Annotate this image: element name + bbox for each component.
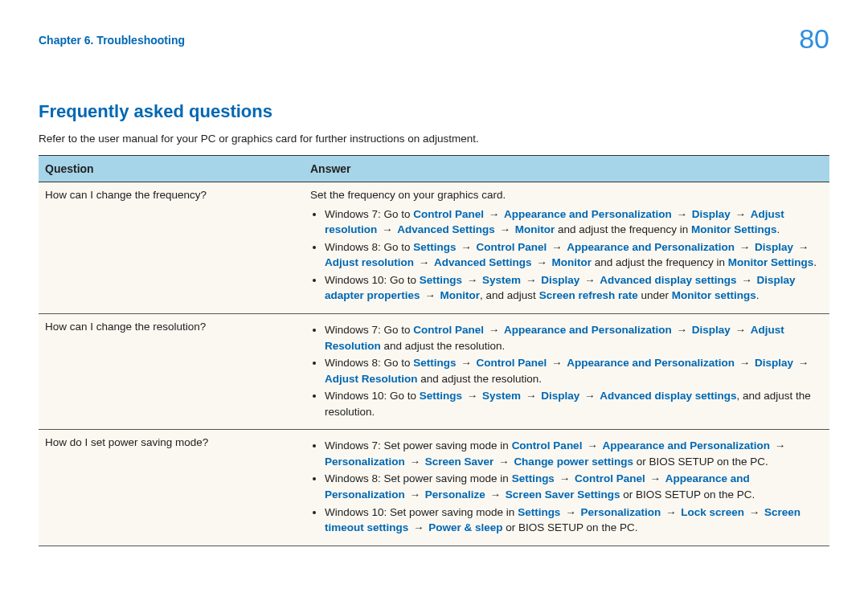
answer-list: Windows 7: Go to Control Panel → Appeara… [310, 206, 823, 304]
answer-item: Windows 8: Go to Settings → Control Pane… [325, 355, 823, 386]
highlight-term: Advanced display settings [600, 390, 736, 402]
answer-text: Windows 7: Go to [325, 324, 413, 336]
answer-text: Windows 8: Go to [325, 357, 413, 369]
answer-text: Windows 10: Go to [325, 390, 420, 402]
arrow-icon: → [582, 439, 602, 452]
highlight-term: Personalize [425, 488, 485, 501]
answer-list: Windows 7: Set power saving mode in Cont… [310, 438, 823, 535]
highlight-term: Settings [518, 506, 560, 518]
highlight-term: Monitor [440, 289, 481, 301]
page-number: 80 [799, 19, 829, 59]
answer-list: Windows 7: Go to Control Panel → Appeara… [310, 322, 823, 419]
arrow-icon: → [731, 324, 751, 336]
answer-item: Windows 10: Go to Settings → System → Di… [325, 388, 823, 419]
table-row: How can I change the frequency?Set the f… [39, 182, 829, 314]
highlight-term: Display [755, 357, 793, 369]
arrow-icon: → [793, 357, 810, 369]
highlight-term: Settings [420, 390, 462, 402]
highlight-term: Appearance and Personalization [567, 241, 735, 253]
answer-item: Windows 7: Set power saving mode in Cont… [325, 438, 823, 469]
arrow-icon: → [731, 208, 751, 220]
highlight-term: Screen Saver Settings [506, 488, 620, 501]
arrow-icon: → [737, 274, 757, 286]
arrow-icon: → [579, 274, 600, 286]
answer-text: and adjust the resolution. [381, 340, 506, 352]
highlight-term: Advanced Settings [397, 223, 495, 235]
answer-text: Windows 8: Set power saving mode in [325, 472, 512, 484]
answer-text: Windows 8: Go to [325, 241, 413, 253]
table-row: How can I change the resolution?Windows … [39, 313, 829, 429]
highlight-term: Lock screen [681, 506, 744, 518]
highlight-term: Monitor settings [672, 289, 756, 301]
highlight-term: Monitor Settings [691, 223, 777, 235]
arrow-icon: → [770, 439, 787, 452]
arrow-icon: → [735, 357, 755, 369]
arrow-icon: → [560, 506, 580, 518]
highlight-term: Display [692, 324, 731, 336]
highlight-term: Settings [413, 241, 456, 253]
arrow-icon: → [672, 324, 692, 336]
highlight-term: Control Panel [413, 324, 484, 336]
highlight-term: Personalization [580, 506, 661, 518]
highlight-term: Settings [420, 274, 462, 286]
arrow-icon: → [408, 521, 428, 533]
highlight-term: Settings [413, 357, 456, 369]
answer-item: Windows 8: Go to Settings → Control Pane… [325, 239, 823, 271]
arrow-icon: → [457, 357, 477, 369]
question-cell: How do I set power saving mode? [39, 430, 304, 546]
highlight-term: Control Panel [477, 241, 547, 253]
col-header-question: Question [39, 155, 304, 182]
arrow-icon: → [521, 274, 541, 286]
chapter-label: Chapter 6. Troubleshooting [39, 32, 185, 48]
arrow-icon: → [377, 223, 397, 235]
highlight-term: Control Panel [413, 208, 484, 220]
answer-text: or BIOS SETUP on the PC. [620, 488, 755, 501]
highlight-term: Personalization [325, 456, 405, 468]
highlight-term: Advanced display settings [600, 274, 736, 286]
arrow-icon: → [420, 289, 440, 301]
answer-item: Windows 7: Go to Control Panel → Appeara… [325, 206, 823, 238]
answer-text: Windows 7: Set power saving mode in [325, 439, 512, 452]
arrow-icon: → [493, 456, 514, 468]
arrow-icon: → [744, 506, 764, 518]
col-header-answer: Answer [304, 155, 829, 182]
arrow-icon: → [547, 241, 567, 253]
answer-text: and adjust the resolution. [418, 373, 542, 385]
highlight-term: Appearance and Personalization [504, 208, 672, 220]
highlight-term: Appearance and Personalization [567, 357, 735, 369]
arrow-icon: → [661, 506, 681, 518]
answer-cell: Set the frequency on your graphics card.… [304, 182, 829, 314]
answer-item: Windows 10: Set power saving mode in Set… [325, 505, 823, 536]
arrow-icon: → [532, 256, 552, 268]
highlight-term: Display [692, 208, 731, 220]
arrow-icon: → [414, 256, 434, 268]
highlight-term: Control Panel [477, 357, 547, 369]
faq-table: Question Answer How can I change the fre… [39, 155, 829, 546]
highlight-term: Adjust resolution [325, 256, 414, 268]
answer-text: or BIOS SETUP on the PC. [633, 456, 768, 468]
section-title: Frequently asked questions [39, 99, 829, 125]
answer-text: . [776, 223, 780, 235]
highlight-term: System [482, 390, 521, 402]
highlight-term: Monitor [515, 223, 555, 235]
answer-item: Windows 7: Go to Control Panel → Appeara… [325, 322, 823, 353]
highlight-term: Monitor [552, 256, 592, 268]
answer-text: and adjust the frequency in [592, 256, 728, 268]
answer-text: . [813, 256, 817, 268]
highlight-term: Power & sleep [428, 521, 502, 533]
highlight-term: Display [541, 390, 579, 402]
question-cell: How can I change the resolution? [39, 313, 304, 429]
highlight-term: Appearance and Personalization [504, 324, 672, 336]
arrow-icon: → [484, 324, 504, 336]
answer-item: Windows 10: Go to Settings → System → Di… [325, 272, 823, 304]
page-header: Chapter 6. Troubleshooting 80 [39, 32, 829, 59]
arrow-icon: → [484, 208, 504, 220]
arrow-icon: → [462, 390, 482, 402]
highlight-term: Settings [512, 472, 555, 484]
arrow-icon: → [579, 390, 600, 402]
arrow-icon: → [547, 357, 567, 369]
answer-cell: Windows 7: Go to Control Panel → Appeara… [304, 313, 829, 429]
highlight-term: Appearance and Personalization [602, 439, 770, 452]
highlight-term: Control Panel [575, 472, 645, 484]
arrow-icon: → [462, 274, 482, 286]
